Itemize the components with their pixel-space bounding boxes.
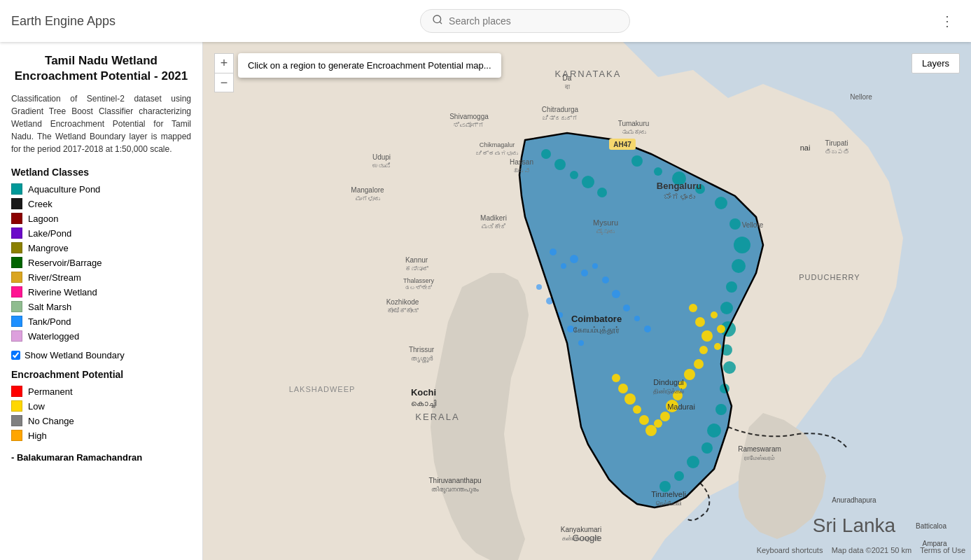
encroachment-color-swatch [11, 386, 22, 397]
svg-point-45 [711, 312, 718, 318]
search-input[interactable] [449, 15, 618, 27]
svg-point-55 [623, 304, 630, 312]
svg-text:ಮಂಗಳೂರು: ಮಂಗಳೂರು [356, 195, 380, 202]
svg-text:Bengaluru: Bengaluru [657, 181, 701, 191]
svg-text:ಉಡುಪಿ: ಉಡುಪಿ [372, 162, 391, 169]
more-options-icon[interactable]: ⋮ [935, 7, 960, 35]
legend-color-swatch [11, 257, 22, 268]
search-icon [432, 14, 443, 28]
legend-label: Lake/Pond [28, 228, 71, 239]
show-wetland-row[interactable]: Show Wetland Boundary [11, 350, 191, 360]
svg-text:KERALA: KERALA [415, 412, 459, 422]
legend-item: Reservoir/Barrage [11, 257, 191, 268]
svg-point-3 [631, 155, 643, 167]
search-bar[interactable] [420, 9, 630, 33]
svg-text:ಹಾಸನ: ಹಾಸನ [512, 167, 531, 174]
svg-line-1 [440, 22, 442, 24]
google-logo: Google [573, 533, 602, 543]
svg-point-9 [734, 237, 750, 253]
svg-text:Kochi: Kochi [411, 387, 436, 398]
legend-color-swatch [11, 227, 22, 239]
legend-item: Aquaculture Pond [11, 183, 191, 195]
sidebar-description: Classification of Sentinel-2 dataset usi… [11, 92, 191, 155]
svg-point-50 [570, 255, 578, 263]
svg-text:ಮಡಿಕೇರಿ: ಮಡಿಕೇರಿ [482, 223, 506, 230]
legend-item: Creek [11, 198, 191, 209]
legend-item: Lake/Pond [11, 227, 191, 239]
svg-point-29 [695, 317, 705, 327]
legend-label: Aquaculture Pond [28, 184, 100, 195]
legend-item: Salt Marsh [11, 301, 191, 312]
layers-button[interactable]: Layers [911, 53, 960, 74]
legend-label: Tank/Pond [28, 316, 71, 327]
wetland-classes-title: Wetland Classes [11, 167, 191, 178]
legend-label: Mangrove [28, 243, 69, 253]
svg-point-27 [597, 188, 607, 197]
svg-text:കൊച്ചി: കൊച്ചി [411, 399, 437, 408]
legend-color-swatch [11, 316, 22, 327]
svg-text:Da: Da [563, 74, 572, 82]
zoom-out-button[interactable]: − [214, 73, 234, 92]
svg-point-40 [639, 415, 649, 425]
svg-text:ಮೈಸೂರು: ಮೈಸೂರು [596, 228, 615, 235]
svg-point-53 [602, 276, 609, 284]
legend-item: Tank/Pond [11, 316, 191, 327]
legend-color-swatch [11, 213, 22, 224]
svg-text:AH47: AH47 [613, 141, 631, 148]
legend-label: River/Stream [28, 272, 81, 283]
encroachment-label: High [28, 430, 47, 441]
svg-text:Thrissur: Thrissur [409, 346, 435, 354]
svg-point-7 [715, 197, 727, 209]
svg-text:Chitradurga: Chitradurga [542, 106, 579, 113]
svg-point-46 [717, 325, 725, 333]
svg-point-31 [699, 346, 708, 354]
svg-point-41 [633, 405, 641, 414]
encroachment-legend: PermanentLowNo ChangeHigh [11, 386, 191, 441]
svg-text:ತಲಶ್ಶೇರಿ: ತಲಶ್ಶೇರಿ [405, 284, 433, 291]
legend-label: Lagoon [28, 214, 58, 224]
svg-text:ಕೋಝಿಕ್ಕೋಡ್: ಕೋಝಿಕ್ಕೋಡ್ [387, 307, 419, 314]
encroachment-legend-item: High [11, 430, 191, 441]
svg-point-17 [715, 404, 727, 415]
svg-text:Hassan: Hassan [510, 158, 533, 166]
svg-point-56 [634, 316, 640, 321]
legend-color-swatch [11, 272, 22, 283]
svg-text:Mangalore: Mangalore [351, 186, 384, 194]
svg-text:Madurai: Madurai [667, 402, 695, 411]
author-name: - Balakumaran Ramachandran [11, 452, 191, 463]
show-wetland-checkbox[interactable] [11, 351, 20, 360]
svg-text:Thalassery: Thalassery [403, 277, 435, 284]
map-container[interactable]: KARNATAKA Bengaluru ಬೆಂಗಳೂರು Shivamogga … [203, 42, 971, 560]
legend-item: Mangrove [11, 242, 191, 253]
legend-color-swatch [11, 286, 22, 298]
svg-point-49 [561, 263, 566, 269]
svg-point-11 [726, 281, 737, 293]
legend-color-swatch [11, 330, 22, 342]
svg-point-48 [550, 248, 557, 255]
zoom-in-button[interactable]: + [214, 53, 234, 73]
svg-text:Coimbatore: Coimbatore [571, 314, 622, 324]
encroachment-color-swatch [11, 415, 22, 426]
svg-point-28 [689, 304, 697, 312]
svg-point-51 [581, 270, 588, 276]
svg-point-21 [674, 471, 684, 481]
svg-text:Rameswaram: Rameswaram [738, 445, 781, 453]
legend-color-swatch [11, 242, 22, 253]
svg-point-52 [592, 263, 598, 269]
svg-text:Dindugul: Dindugul [653, 378, 683, 386]
svg-text:Mysuru: Mysuru [593, 218, 618, 227]
terms-of-use-link[interactable]: Terms of Use [920, 546, 965, 554]
svg-text:Madikeri: Madikeri [480, 214, 507, 222]
svg-point-10 [732, 259, 746, 273]
zoom-controls: + − [214, 53, 234, 92]
show-wetland-label[interactable]: Show Wetland Boundary [25, 350, 125, 360]
encroachment-title: Encroachment Potential [11, 369, 191, 380]
svg-text:திண்டுக்கல்: திண்டுக்கல் [653, 388, 684, 396]
svg-point-23 [541, 149, 551, 159]
keyboard-shortcuts-link[interactable]: Keyboard shortcuts [757, 546, 823, 554]
svg-text:Udupi: Udupi [372, 153, 391, 161]
svg-text:തിരുവനന്തപുരം: തിരുവനന്തപുരം [431, 486, 479, 493]
svg-text:நெல்வேலி: நெல்வேலி [656, 500, 682, 507]
svg-point-62 [578, 340, 584, 346]
svg-text:ராமேஸ்வரம்: ராமேஸ்வரம் [744, 454, 775, 461]
